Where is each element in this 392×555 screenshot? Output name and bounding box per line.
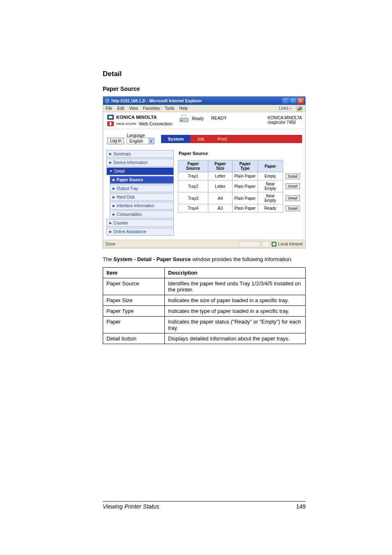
window-close-button[interactable]: X [297, 98, 304, 104]
cell-desc: Indicates the type of paper loaded in a … [165, 305, 306, 316]
intro-paragraph: The System - Detail - Paper Source windo… [103, 256, 306, 263]
window-title: http://192.168.1.2/ - Microsoft Internet… [111, 99, 202, 103]
sidebar-item-label: Detail [114, 169, 125, 173]
cell-desc: Indicates the paper status ("Ready" or "… [165, 316, 306, 333]
sidebar: ▶Summary ▶Device Information ▼Detail ▶Pa… [106, 150, 174, 236]
cell-type: Plain Paper [232, 180, 258, 192]
th-paper: Paper [258, 160, 283, 172]
printer-status-text: Ready [192, 116, 204, 121]
cell-paper: Near Empty [258, 192, 283, 204]
links-toolbar[interactable]: Links » [279, 106, 291, 111]
cell-source: Tray4 [178, 204, 208, 213]
cell-item: Paper Size [103, 295, 165, 305]
paper-source-table: Paper Source Paper Size Paper Type Paper… [178, 160, 302, 213]
sidebar-item-label: Interface Information [117, 204, 154, 208]
menu-favorites[interactable]: Favorites [143, 106, 160, 111]
cell-size: Letter [208, 180, 232, 192]
table-row: Tray1 Letter Plain Paper Empty Detail [178, 172, 302, 180]
detail-button[interactable]: Detail [286, 195, 300, 201]
links-label: Links [279, 106, 288, 111]
cell-size: Letter [208, 172, 232, 180]
window-titlebar: http://192.168.1.2/ - Microsoft Internet… [103, 97, 305, 105]
chevron-right-icon: » [289, 106, 291, 111]
cell-desc: Identifies the paper feed units Tray 1/2… [165, 278, 306, 295]
cell-source: Tray2 [178, 180, 208, 192]
status-bar: Done Local intranet [103, 240, 305, 248]
sidebar-item-paper-source[interactable]: ▶Paper Source [110, 176, 174, 184]
login-button[interactable]: Log in [107, 138, 124, 144]
detail-button[interactable]: Detail [286, 173, 300, 179]
statusbar-slot [239, 241, 260, 247]
sidebar-item-label: Hard Disk [117, 195, 135, 199]
toolbar-row: Log in Language English ▾ System Job Pri… [103, 129, 305, 147]
cell-type: Plain Paper [232, 204, 258, 213]
footer-title: Viewing Printer Status [103, 503, 159, 510]
table-row: Paper Source Identifies the paper feed u… [103, 278, 306, 295]
brand-logo-icon [107, 115, 114, 120]
table-row: Paper Size Indicates the size of paper l… [103, 295, 306, 305]
cell-paper: Ready [258, 204, 283, 213]
brand-name: KONICA MINOLTA [116, 115, 157, 120]
sidebar-item-online-assistance[interactable]: ▶Online Assistance [106, 228, 174, 236]
language-value: English [127, 139, 148, 143]
para-post: window provides the following informatio… [191, 256, 293, 262]
menu-view[interactable]: View [129, 106, 138, 111]
sidebar-item-label: Counter [113, 221, 128, 225]
cell-source: Tray3 [178, 192, 208, 204]
window-minimize-button[interactable]: _ [282, 98, 289, 104]
triangle-right-icon: ▶ [113, 204, 115, 208]
chevron-down-icon: ▾ [148, 138, 154, 144]
security-zone: Local intranet [272, 242, 303, 247]
sidebar-item-hard-disk[interactable]: ▶Hard Disk [110, 193, 174, 201]
para-pre: The [103, 256, 113, 262]
panel-title: Paper Source [179, 151, 302, 156]
language-select[interactable]: English ▾ [127, 138, 154, 144]
th-paper-size: Paper Size [208, 160, 232, 172]
tab-strip-filler [233, 135, 302, 143]
sidebar-item-label: Paper Source [117, 178, 143, 182]
description-table: Item Description Paper Source Identifies… [103, 267, 306, 344]
table-row: Tray4 A3 Plain Paper Ready Detail [178, 204, 302, 213]
sidebar-item-label: Summary [113, 152, 131, 156]
menu-edit[interactable]: Edit [117, 106, 124, 111]
throbber-icon [296, 106, 303, 111]
table-header-row: Item Description [103, 267, 306, 278]
th-paper-source: Paper Source [178, 160, 208, 172]
cell-desc: Displays detailed information about the … [165, 333, 306, 344]
sidebar-item-interface-information[interactable]: ▶Interface Information [110, 202, 174, 210]
menu-file[interactable]: File [106, 106, 112, 111]
main-panel: Paper Source Paper Source Paper Size Pap… [178, 150, 302, 236]
right-brand-name: KONICA MINOLTA [267, 116, 302, 120]
cell-desc: Indicates the size of paper loaded in a … [165, 295, 306, 305]
sidebar-item-detail[interactable]: ▼Detail [106, 167, 174, 175]
tab-job[interactable]: Job [190, 135, 211, 143]
page-footer: Viewing Printer Status 149 [103, 501, 306, 510]
cell-size: A3 [208, 204, 232, 213]
triangle-right-icon: ▶ [109, 161, 112, 164]
triangle-right-icon: ▶ [113, 187, 115, 190]
sidebar-item-output-tray[interactable]: ▶Output Tray [110, 185, 174, 192]
menu-tools[interactable]: Tools [165, 106, 174, 111]
printer-model: magicolor 7450 [267, 120, 302, 125]
sidebar-item-consumables[interactable]: ▶Consumables [110, 210, 174, 218]
menu-help[interactable]: Help [179, 106, 188, 111]
detail-button[interactable]: Detail [286, 206, 300, 211]
sidebar-item-counter[interactable]: ▶Counter [106, 219, 174, 227]
sidebar-item-device-information[interactable]: ▶Device Information [106, 159, 174, 166]
content-area: ▶Summary ▶Device Information ▼Detail ▶Pa… [103, 147, 305, 240]
window-maximize-button[interactable]: □ [290, 98, 296, 104]
sidebar-item-summary[interactable]: ▶Summary [106, 150, 174, 158]
security-zone-label: Local intranet [278, 242, 303, 246]
tab-print[interactable]: Print [211, 135, 233, 143]
sidebar-item-label: Device Information [113, 160, 148, 165]
menu-bar: File Edit View Favorites Tools Help Link… [103, 105, 305, 112]
table-header-row: Paper Source Paper Size Paper Type Paper [178, 160, 302, 172]
cell-size: A4 [208, 192, 232, 204]
sidebar-item-label: Output Tray [117, 186, 138, 191]
tab-system[interactable]: System [161, 135, 190, 143]
th-item: Item [103, 267, 165, 278]
screenshot-window: http://192.168.1.2/ - Microsoft Internet… [103, 96, 306, 248]
sidebar-item-label: Online Assistance [113, 229, 146, 234]
statusbar-slot [262, 241, 270, 247]
detail-button[interactable]: Detail [286, 183, 300, 189]
